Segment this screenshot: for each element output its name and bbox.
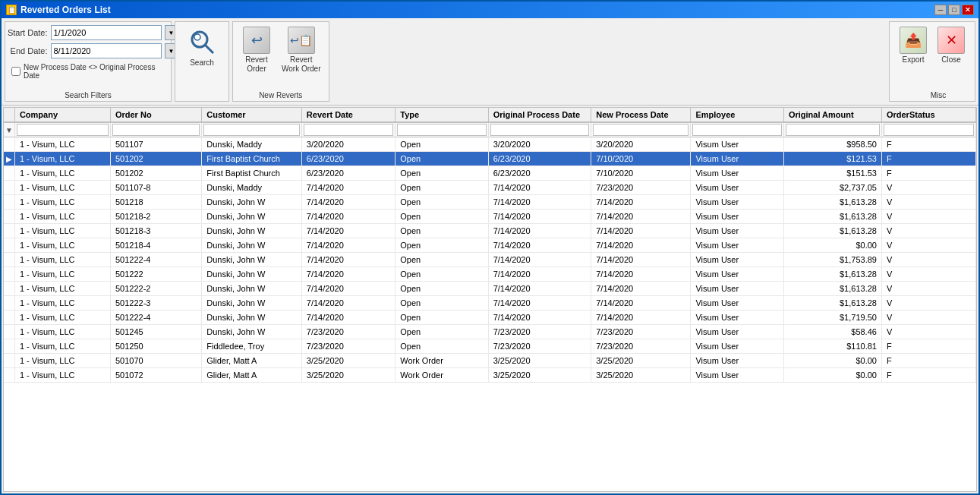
search-filters-section: Start Date: ▼ End Date: ▼ New Process Da… <box>5 21 172 102</box>
table-row[interactable]: 1 - Visum, LLC501222-4Dunski, John W7/14… <box>4 253 976 267</box>
cell-new-process-date: 7/14/2020 <box>591 238 691 253</box>
filter-company-input[interactable] <box>17 124 109 136</box>
table-row[interactable]: 1 - Visum, LLC501107-8Dunski, Maddy7/14/… <box>4 181 976 195</box>
table-row[interactable]: 1 - Visum, LLC501218-4Dunski, John W7/14… <box>4 238 976 253</box>
filter-customer-input[interactable] <box>203 124 300 136</box>
filter-revert-date-input[interactable] <box>304 124 393 136</box>
cell-customer: Dunski, John W <box>202 224 302 238</box>
funnel-icon: ▼ <box>5 126 13 134</box>
cell-original-amount: $110.81 <box>783 339 881 354</box>
cell-type: Open <box>395 253 488 267</box>
cell-revert-date: 7/14/2020 <box>301 296 395 311</box>
cell-order-status: V <box>881 253 975 267</box>
filter-order-no-input[interactable] <box>112 124 200 136</box>
col-new-process-date[interactable]: New Process Date <box>591 108 691 122</box>
table-row[interactable]: 1 - Visum, LLC501222-2Dunski, John W7/14… <box>4 282 976 296</box>
cell-order-no: 501202 <box>110 152 201 166</box>
cell-customer: Dunski, Maddy <box>202 137 302 152</box>
cell-customer: Dunski, John W <box>202 210 302 224</box>
window-close-button[interactable]: ✕ <box>962 5 974 15</box>
svg-point-2 <box>194 34 200 40</box>
cell-original-amount: $1,613.28 <box>783 296 881 311</box>
cell-original-amount: $1,753.89 <box>783 253 881 267</box>
row-indicator <box>4 137 14 152</box>
cell-new-process-date: 7/23/2020 <box>591 181 691 195</box>
filter-orig-date-input[interactable] <box>490 124 590 136</box>
table-row[interactable]: 1 - Visum, LLC501070Glider, Matt A3/25/2… <box>4 354 976 368</box>
cell-order-no: 501222-4 <box>110 253 201 267</box>
table-row[interactable]: 1 - Visum, LLC501222-3Dunski, John W7/14… <box>4 296 976 311</box>
table-row[interactable]: 1 - Visum, LLC501245Dunski, John W7/23/2… <box>4 325 976 339</box>
search-section: Search <box>175 21 229 102</box>
table-row[interactable]: 1 - Visum, LLC501222Dunski, John W7/14/2… <box>4 267 976 282</box>
table-row[interactable]: 1 - Visum, LLC501202First Baptist Church… <box>4 166 976 181</box>
cell-company: 1 - Visum, LLC <box>14 137 110 152</box>
col-order-no[interactable]: Order No <box>110 108 201 122</box>
table-row[interactable]: 1 - Visum, LLC501250Fiddledee, Troy7/23/… <box>4 339 976 354</box>
filter-employee-input[interactable] <box>692 124 781 136</box>
cell-order-status: V <box>881 195 975 210</box>
revert-order-button[interactable]: ↩ RevertOrder <box>239 25 274 75</box>
revert-work-order-button[interactable]: ↩📋 RevertWork Order <box>280 25 323 75</box>
search-button[interactable]: Search <box>184 25 219 69</box>
new-process-date-checkbox[interactable] <box>11 67 20 76</box>
filter-amount-input[interactable] <box>786 124 880 136</box>
window-title: Reverted Orders List <box>20 5 111 15</box>
cell-company: 1 - Visum, LLC <box>14 238 110 253</box>
filter-status-input[interactable] <box>884 124 974 136</box>
col-order-status[interactable]: OrderStatus <box>881 108 975 122</box>
table-row[interactable]: 1 - Visum, LLC501107Dunski, Maddy3/20/20… <box>4 137 976 152</box>
revert-work-order-label: RevertWork Order <box>282 55 321 74</box>
filter-order-no-cell <box>110 122 201 137</box>
checkbox-label: New Process Date <> Original Process Dat… <box>24 63 165 80</box>
cell-customer: Dunski, Maddy <box>202 181 302 195</box>
cell-original-amount: $1,613.28 <box>783 267 881 282</box>
cell-original-process-date: 7/14/2020 <box>488 311 591 325</box>
start-date-input[interactable] <box>51 25 162 40</box>
cell-new-process-date: 7/23/2020 <box>591 339 691 354</box>
col-original-process-date[interactable]: Original Process Date <box>488 108 591 122</box>
table-row[interactable]: 1 - Visum, LLC501218Dunski, John W7/14/2… <box>4 195 976 210</box>
cell-customer: Dunski, John W <box>202 267 302 282</box>
cell-customer: Dunski, John W <box>202 253 302 267</box>
table-row[interactable]: 1 - Visum, LLC501218-3Dunski, John W7/14… <box>4 224 976 238</box>
revert-work-order-icon: ↩📋 <box>288 27 315 54</box>
cell-new-process-date: 7/14/2020 <box>591 224 691 238</box>
col-type[interactable]: Type <box>395 108 488 122</box>
export-button[interactable]: 📤 Export <box>896 25 931 66</box>
col-original-amount[interactable]: Original Amount <box>783 108 881 122</box>
cell-new-process-date: 7/14/2020 <box>591 267 691 282</box>
cell-company: 1 - Visum, LLC <box>14 253 110 267</box>
filter-customer-cell <box>202 122 302 137</box>
start-date-label: Start Date: <box>0 28 48 37</box>
cell-company: 1 - Visum, LLC <box>14 296 110 311</box>
maximize-button[interactable]: □ <box>948 5 960 15</box>
filter-employee-cell <box>691 122 783 137</box>
col-employee[interactable]: Employee <box>691 108 783 122</box>
cell-order-status: V <box>881 325 975 339</box>
col-revert-date[interactable]: Revert Date <box>301 108 395 122</box>
cell-revert-date: 7/14/2020 <box>301 238 395 253</box>
table-row[interactable]: 1 - Visum, LLC501222-4Dunski, John W7/14… <box>4 311 976 325</box>
minimize-button[interactable]: ─ <box>934 5 947 15</box>
cell-type: Open <box>395 181 488 195</box>
cell-type: Open <box>395 339 488 354</box>
end-date-input[interactable] <box>51 43 162 58</box>
revert-order-icon: ↩ <box>243 27 270 54</box>
col-customer[interactable]: Customer <box>202 108 302 122</box>
filter-type-input[interactable] <box>397 124 486 136</box>
filter-new-date-input[interactable] <box>593 124 689 136</box>
table-row[interactable]: ▶1 - Visum, LLC501202First Baptist Churc… <box>4 152 976 166</box>
cell-order-no: 501218-4 <box>110 238 201 253</box>
table-row[interactable]: 1 - Visum, LLC501072Glider, Matt A3/25/2… <box>4 368 976 383</box>
revert-order-label: RevertOrder <box>245 55 267 74</box>
col-company[interactable]: Company <box>14 108 110 122</box>
table-row[interactable]: 1 - Visum, LLC501218-2Dunski, John W7/14… <box>4 210 976 224</box>
cell-company: 1 - Visum, LLC <box>14 354 110 368</box>
close-label: Close <box>941 55 961 65</box>
cell-original-process-date: 3/20/2020 <box>488 137 591 152</box>
close-button[interactable]: ✕ Close <box>934 25 969 66</box>
title-buttons: ─ □ ✕ <box>934 5 974 15</box>
row-indicator <box>4 166 14 181</box>
cell-order-no: 501222-2 <box>110 282 201 296</box>
